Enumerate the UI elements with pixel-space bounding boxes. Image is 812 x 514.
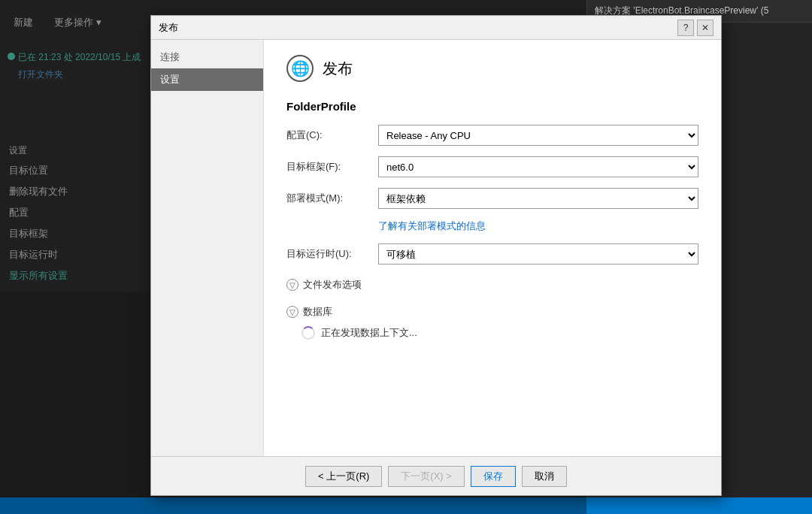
framework-label: 目标框架(F): <box>286 160 369 174</box>
framework-select[interactable]: net6.0 net5.0 <box>378 156 698 177</box>
collapse-arrow-icon: ▽ <box>286 306 298 318</box>
section-title: FolderProfile <box>286 100 698 113</box>
config-label: 配置(C): <box>286 128 369 142</box>
help-button[interactable]: ? <box>677 20 694 36</box>
config-row: 配置(C): Release - Any CPU Debug - Any CPU <box>286 125 698 146</box>
close-button[interactable]: ✕ <box>697 20 714 36</box>
save-button[interactable]: 保存 <box>471 466 516 487</box>
runtime-select[interactable]: 可移植 win-x64 <box>378 243 698 265</box>
deploy-label: 部署模式(M): <box>286 192 369 205</box>
dialog-controls: ? ✕ <box>677 20 714 36</box>
nav-item-connect[interactable]: 连接 <box>151 46 263 68</box>
prev-button[interactable]: < 上一页(R) <box>305 466 382 487</box>
deploy-select[interactable]: 框架依赖 独立 <box>378 188 698 209</box>
cancel-button[interactable]: 取消 <box>522 466 567 487</box>
dialog-nav: 连接 设置 <box>151 40 264 456</box>
loading-text: 正在发现数据上下文... <box>321 326 417 340</box>
dialog-titlebar: 发布 ? ✕ <box>151 16 721 40</box>
collapse-arrow-icon: ▽ <box>286 279 298 291</box>
database-section: ▽ 数据库 正在发现数据上下文... <box>286 302 698 340</box>
config-select[interactable]: Release - Any CPU Debug - Any CPU <box>378 125 698 146</box>
globe-icon: 🌐 <box>286 55 314 82</box>
file-publish-section: ▽ 文件发布选项 <box>286 275 698 295</box>
runtime-row: 目标运行时(U): 可移植 win-x64 <box>286 243 698 265</box>
next-button[interactable]: 下一页(X) > <box>388 466 465 487</box>
dialog-title-text: 发布 <box>159 21 178 35</box>
dialog-body: 连接 设置 🌐 发布 FolderProfile 配置(C): Release … <box>151 40 721 456</box>
loading-row: 正在发现数据上下文... <box>301 326 698 340</box>
database-header[interactable]: ▽ 数据库 <box>286 302 698 322</box>
dialog-main-content: 🌐 发布 FolderProfile 配置(C): Release - Any … <box>264 40 721 456</box>
dialog-header: 🌐 发布 <box>286 55 698 82</box>
file-publish-label: 文件发布选项 <box>303 278 362 292</box>
deploy-row: 部署模式(M): 框架依赖 独立 <box>286 188 698 209</box>
dialog-main-title: 发布 <box>323 59 353 79</box>
runtime-label: 目标运行时(U): <box>286 247 369 261</box>
database-label: 数据库 <box>303 305 332 319</box>
nav-item-settings[interactable]: 设置 <box>151 68 263 91</box>
framework-row: 目标框架(F): net6.0 net5.0 <box>286 156 698 177</box>
publish-dialog: 发布 ? ✕ 连接 设置 🌐 发布 FolderProfile 配置(C): <box>150 15 722 496</box>
file-publish-header[interactable]: ▽ 文件发布选项 <box>286 275 698 295</box>
loading-spinner-icon <box>301 326 315 340</box>
dialog-footer: < 上一页(R) 下一页(X) > 保存 取消 <box>151 456 721 495</box>
deploy-info-link[interactable]: 了解有关部署模式的信息 <box>378 219 698 233</box>
